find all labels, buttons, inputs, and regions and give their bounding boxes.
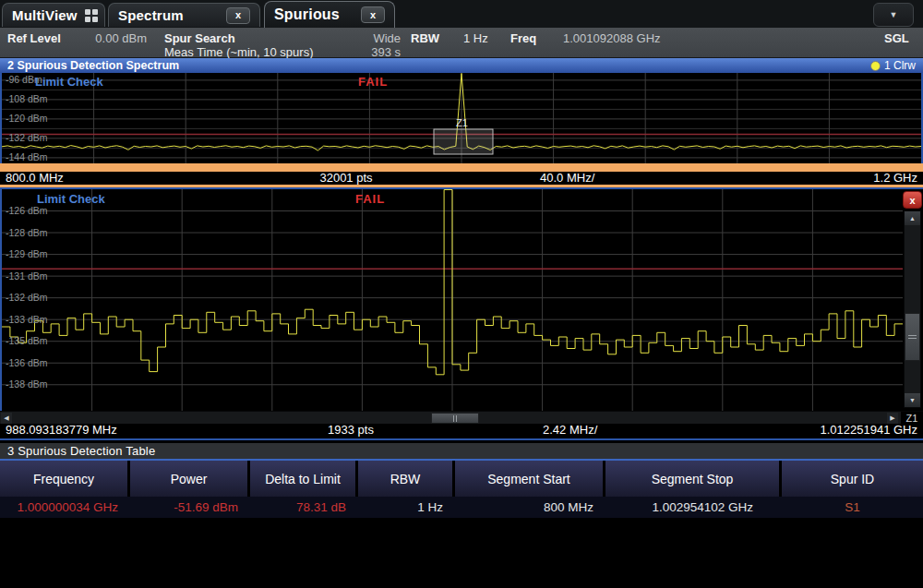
svg-text:-136 dBm: -136 dBm (6, 357, 48, 368)
freq-value[interactable]: 1.001092088 GHz (563, 31, 661, 45)
meas-time-value: 393 s (366, 45, 401, 59)
overview-spectrum-window[interactable]: Limit Check FAIL -96 dBm-108 dBm-120 dBm… (0, 73, 923, 163)
svg-text:-135 dBm: -135 dBm (6, 335, 48, 346)
cell-frequency: 1.000000034 GHz (0, 497, 127, 518)
wide-label[interactable]: Wide (366, 31, 401, 45)
zoom-start-freq: 988.093183779 MHz (6, 424, 117, 437)
ref-level-label[interactable]: Ref Level (7, 31, 61, 45)
analyzer-screen: MultiView Spectrum x Spurious x ▼ Ref Le… (0, 0, 923, 588)
rbw-label[interactable]: RBW (411, 31, 439, 45)
lower-fail-status: FAIL (355, 192, 385, 206)
channel-info-bar: Ref Level 0.00 dBm Spur Search Meas Time… (0, 28, 923, 58)
window3-title-bar: 3 Spurious Detection Table (0, 443, 923, 461)
overview-spectrum-plot[interactable]: -96 dBm-108 dBm-120 dBm-132 dBm-144 dBmZ… (2, 73, 921, 163)
cell-rbw: 1 Hz (358, 497, 452, 518)
horizontal-scrollbar[interactable]: ◀ ▶ Z1 (0, 411, 923, 424)
tab-spurious-close-icon[interactable]: x (361, 6, 385, 23)
tab-bar: MultiView Spectrum x Spurious x ▼ (0, 0, 923, 28)
window2-title-bar: 2 Spurious Detection Spectrum 1 Clrw (0, 58, 923, 73)
trace1-badge[interactable]: 1 Clrw (870, 59, 916, 72)
cell-spur-id: S1 (782, 497, 923, 518)
vertical-scrollbar-thumb[interactable] (905, 313, 920, 361)
sgl-badge[interactable]: SGL (884, 31, 909, 45)
overview-footer: 800.0 MHz 32001 pts 40.0 MHz/ 1.2 GHz (0, 172, 923, 185)
spur-table-header: Frequency Power Delta to Limit RBW Segme… (0, 461, 923, 497)
scroll-down-icon[interactable]: ▼ (905, 393, 920, 407)
svg-text:-133 dBm: -133 dBm (6, 314, 48, 325)
tab-spectrum-close-icon[interactable]: x (226, 7, 250, 24)
overview-stop-freq: 1.2 GHz (873, 172, 917, 185)
svg-text:-131 dBm: -131 dBm (6, 270, 48, 282)
svg-text:-129 dBm: -129 dBm (6, 248, 48, 259)
svg-text:-108 dBm: -108 dBm (6, 93, 48, 104)
upper-fail-status: FAIL (358, 75, 388, 89)
zoom-footer: 988.093183779 MHz 1933 pts 2.42 MHz/ 1.0… (0, 424, 923, 440)
zoom-points: 1933 pts (314, 424, 388, 437)
meas-time-label[interactable]: Meas Time (~min, 10 spurs) (164, 45, 313, 59)
window2-title: 2 Spurious Detection Spectrum (7, 59, 179, 72)
tab-spurious[interactable]: Spurious x (264, 1, 395, 28)
zoom-window-close-icon[interactable]: x (903, 191, 922, 209)
freq-label[interactable]: Freq (510, 31, 536, 45)
vertical-scrollbar[interactable]: ▲ ▼ (904, 210, 921, 408)
cell-power: -51.69 dBm (130, 497, 247, 518)
zoom-stop-freq: 1.012251941 GHz (820, 424, 917, 437)
svg-text:-120 dBm: -120 dBm (6, 113, 48, 124)
zoom-spectrum-plot[interactable]: -126 dBm-128 dBm-129 dBm-131 dBm-132 dBm… (2, 189, 903, 411)
col-segment-stop: Segment Stop (605, 461, 779, 497)
horizontal-scrollbar-thumb[interactable] (431, 413, 479, 424)
chevron-down-icon: ▼ (890, 10, 898, 19)
upper-limit-check-label: Limit Check (35, 75, 103, 89)
window3-title: 3 Spurious Detection Table (7, 444, 155, 458)
spur-search-label[interactable]: Spur Search (164, 31, 235, 45)
overview-points: 32001 pts (305, 172, 388, 185)
tab-multiview-label: MultiView (12, 7, 78, 23)
selected-window-highlight (0, 163, 923, 172)
tab-overflow-button[interactable]: ▼ (873, 3, 914, 27)
tab-spurious-label: Spurious (274, 6, 340, 23)
svg-text:-132 dBm: -132 dBm (6, 132, 48, 143)
svg-text:-138 dBm: -138 dBm (6, 378, 48, 390)
svg-text:Z1: Z1 (456, 117, 468, 128)
svg-text:-126 dBm: -126 dBm (6, 205, 48, 216)
trace1-color-icon (870, 61, 881, 71)
tab-multiview[interactable]: MultiView (2, 3, 105, 27)
lower-limit-check-label: Limit Check (37, 192, 105, 206)
ref-level-value[interactable]: 0.00 dBm (78, 31, 147, 45)
tab-spectrum-label: Spectrum (118, 7, 184, 23)
svg-text:-132 dBm: -132 dBm (6, 292, 48, 303)
col-power: Power (130, 461, 247, 497)
zoom-spectrum-window[interactable]: Limit Check FAIL -126 dBm-128 dBm-129 dB… (0, 189, 923, 411)
svg-text:-144 dBm: -144 dBm (6, 151, 48, 162)
cell-delta-to-limit: 78.31 dB (250, 497, 355, 518)
cell-segment-start: 800 MHz (455, 497, 603, 518)
cell-segment-stop: 1.002954102 GHz (605, 497, 779, 518)
zoom-scale-per-div: 2.42 MHz/ (543, 424, 597, 437)
col-segment-start: Segment Start (455, 461, 603, 497)
overview-scale-per-div: 40.0 MHz/ (540, 172, 594, 185)
svg-text:-128 dBm: -128 dBm (6, 227, 48, 238)
col-spur-id: Spur ID (782, 461, 923, 497)
spur-table-row[interactable]: 1.000000034 GHz -51.69 dBm 78.31 dB 1 Hz… (0, 497, 923, 518)
col-frequency: Frequency (0, 461, 127, 497)
scroll-up-icon[interactable]: ▲ (905, 211, 920, 225)
zoom-region-box (434, 129, 493, 154)
col-rbw: RBW (358, 461, 452, 497)
tab-spectrum[interactable]: Spectrum x (108, 3, 260, 27)
multiview-grid-icon (85, 9, 98, 22)
overview-start-freq: 800.0 MHz (6, 172, 64, 185)
trace1-label: 1 Clrw (884, 59, 916, 72)
col-delta-to-limit: Delta to Limit (250, 461, 355, 497)
rbw-value[interactable]: 1 Hz (463, 31, 488, 45)
